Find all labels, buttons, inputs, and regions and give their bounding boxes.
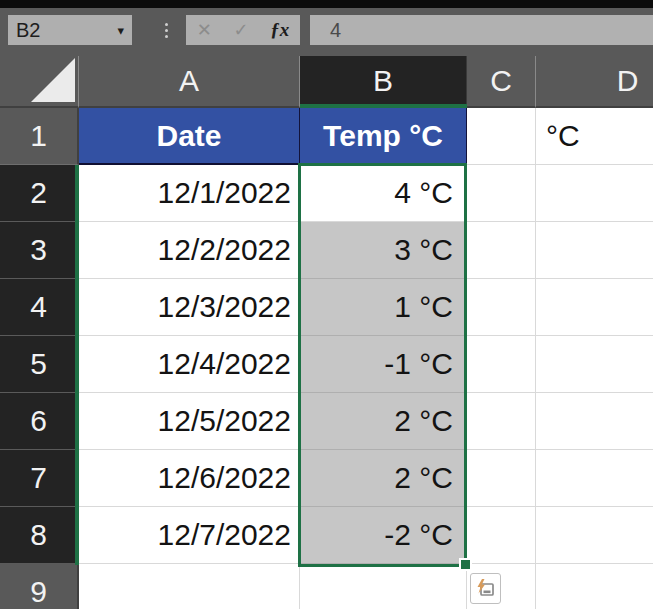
cell-D9[interactable] [536,564,653,609]
row-header-7[interactable]: 7 [0,450,79,507]
cell-D3[interactable] [536,222,653,279]
row-header-6[interactable]: 6 [0,393,79,450]
cell-B2-active[interactable]: 4 °C [300,165,467,222]
cell-A9[interactable] [79,564,300,609]
cell-B7[interactable]: 2 °C [300,450,467,507]
cell-A1-date-header[interactable]: Date [79,108,300,165]
formula-toolbar: B2 ▾ ✕ ✓ ƒx 4 [0,8,653,56]
table-row-9: 9 [0,564,653,609]
cell-D1-unit-label[interactable]: °C [536,108,653,165]
name-box[interactable]: B2 ▾ [8,15,132,45]
row-header-8[interactable]: 8 [0,507,79,564]
select-all-triangle-icon [31,58,75,102]
table-row-1: 1 Date Temp °C °C [0,108,653,165]
row-header-2[interactable]: 2 [0,165,79,222]
select-all-button[interactable] [0,56,79,108]
table-row-4: 4 12/3/2022 1 °C [0,279,653,336]
cell-C4[interactable] [467,279,536,336]
quick-analysis-icon [475,578,496,599]
formula-bar-resize-handle-icon[interactable] [162,18,170,42]
column-header-C[interactable]: C [467,56,536,108]
row-header-5[interactable]: 5 [0,336,79,393]
cell-B9[interactable] [300,564,467,609]
cell-C8[interactable] [467,507,536,564]
cell-A4[interactable]: 12/3/2022 [79,279,300,336]
fill-handle[interactable] [459,558,472,571]
cell-D2[interactable] [536,165,653,222]
enter-icon[interactable]: ✓ [233,19,248,41]
table-row-2: 2 12/1/2022 4 °C [0,165,653,222]
cell-B4[interactable]: 1 °C [300,279,467,336]
cell-D5[interactable] [536,336,653,393]
window-top-strip [0,0,653,8]
cell-C7[interactable] [467,450,536,507]
name-box-dropdown-icon[interactable]: ▾ [117,23,124,38]
cell-D4[interactable] [536,279,653,336]
column-header-row: A B C D [0,56,653,108]
cell-B6[interactable]: 2 °C [300,393,467,450]
column-header-D[interactable]: D [536,56,653,108]
spreadsheet-grid: A B C D 1 Date Temp °C °C 2 12/1/2022 4 … [0,56,653,609]
selected-column-underline [300,104,467,108]
column-header-A[interactable]: A [79,56,300,108]
cell-C3[interactable] [467,222,536,279]
cell-D7[interactable] [536,450,653,507]
cell-B3[interactable]: 3 °C [300,222,467,279]
selected-rows-accent-line [75,165,79,565]
formula-bar-input[interactable]: 4 [310,15,653,45]
row-header-3[interactable]: 3 [0,222,79,279]
cell-D6[interactable] [536,393,653,450]
cell-A2[interactable]: 12/1/2022 [79,165,300,222]
table-row-5: 5 12/4/2022 -1 °C [0,336,653,393]
cell-A6[interactable]: 12/5/2022 [79,393,300,450]
cell-B1-temp-header[interactable]: Temp °C [300,108,467,165]
table-row-3: 3 12/2/2022 3 °C [0,222,653,279]
cell-B5[interactable]: -1 °C [300,336,467,393]
cell-A5[interactable]: 12/4/2022 [79,336,300,393]
cell-A3[interactable]: 12/2/2022 [79,222,300,279]
cell-C5[interactable] [467,336,536,393]
cell-A7[interactable]: 12/6/2022 [79,450,300,507]
cell-C2[interactable] [467,165,536,222]
cell-C6[interactable] [467,393,536,450]
formula-bar-value: 4 [330,19,341,42]
column-header-B[interactable]: B [300,56,467,108]
cell-D8[interactable] [536,507,653,564]
cell-B8[interactable]: -2 °C [300,507,467,564]
excel-window: B2 ▾ ✕ ✓ ƒx 4 A B C D 1 Date Temp °C ° [0,0,653,609]
row-header-9[interactable]: 9 [0,564,79,609]
cell-A8[interactable]: 12/7/2022 [79,507,300,564]
quick-analysis-button[interactable] [470,573,501,604]
row-header-1[interactable]: 1 [0,108,79,165]
cell-C1[interactable] [467,108,536,165]
table-row-6: 6 12/5/2022 2 °C [0,393,653,450]
formula-buttons: ✕ ✓ ƒx [186,15,300,45]
cancel-icon[interactable]: ✕ [197,19,212,41]
table-row-7: 7 12/6/2022 2 °C [0,450,653,507]
active-cell-reference: B2 [16,19,40,42]
row-header-4[interactable]: 4 [0,279,79,336]
insert-function-icon[interactable]: ƒx [270,19,289,41]
table-row-8: 8 12/7/2022 -2 °C [0,507,653,564]
